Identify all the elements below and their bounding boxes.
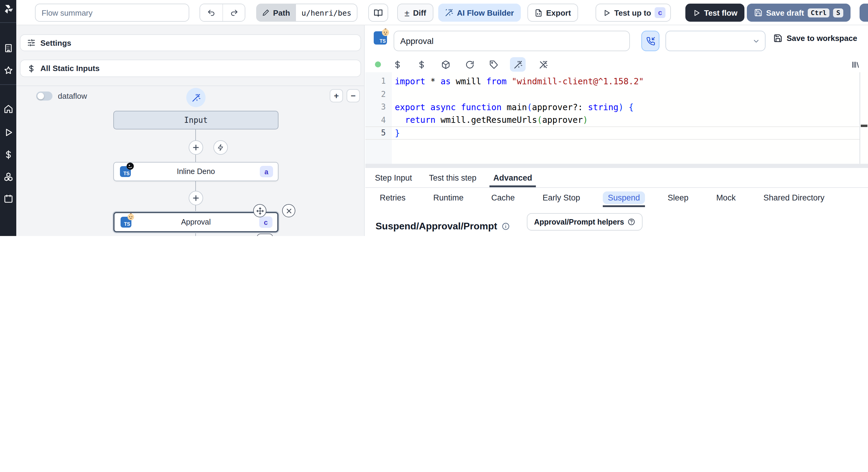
phone-incoming-icon [646,36,655,45]
topbar: Path u/henri/bes ± Diff AI Flow Builder [16,0,868,25]
node-id-badge: c [259,216,273,228]
helpers-label: Approval/Prompt helpers [534,217,624,226]
code-line-2[interactable]: 2 [365,88,860,101]
flow-node-step-a[interactable]: TS Inline Deno a [113,162,278,181]
baby-emoji-icon [381,28,390,36]
subtab-sleep[interactable]: Sleep [663,188,693,207]
path-button[interactable]: Path [256,4,296,22]
move-icon [256,207,264,215]
undo-button[interactable] [200,4,222,21]
subtab-early-stop[interactable]: Early Stop [538,188,585,207]
save-to-workspace-label: Save to workspace [786,34,857,43]
flow-settings-button[interactable]: Settings [20,34,361,51]
dataflow-toggle[interactable] [36,92,53,101]
export-label: Export [546,8,571,17]
code-line-5[interactable]: 5} [365,127,860,139]
save-draft-button[interactable]: Save draft Ctrl S [747,4,850,22]
editor-toolbar [365,57,868,72]
flow-node-step-c-selected[interactable]: TS Approval c [113,212,278,232]
subtab-suspend[interactable]: Suspend [603,188,645,207]
zoom-in-button[interactable]: + [330,89,343,102]
path-value[interactable]: u/henri/bes [296,4,358,22]
flow-node-input[interactable]: Input [113,111,278,129]
tag-button[interactable] [486,57,501,72]
step-name-input[interactable] [394,31,630,51]
kbd-ctrl: Ctrl [808,8,830,17]
node-label: Input [184,115,208,125]
diff-button[interactable]: ± Diff [397,4,433,22]
star-icon[interactable] [3,65,13,76]
static-inputs-label: All Static Inputs [40,64,99,73]
move-step-button[interactable] [253,204,267,217]
windmill-logo-icon[interactable] [3,4,13,14]
ai-assistant-button[interactable] [510,57,526,72]
add-step-button[interactable] [189,191,203,205]
subtab-shared-directory[interactable]: Shared Directory [758,188,830,207]
diff-label: Diff [413,8,426,17]
step-lang-icon: TS [374,31,387,44]
save-icon [773,34,782,43]
package-button[interactable] [438,57,453,72]
editor-scrollbar[interactable] [860,72,868,164]
subtab-retries[interactable]: Retries [375,188,410,207]
node-id-badge: a [260,166,273,177]
play-outline-icon [603,9,611,16]
info-icon[interactable] [501,222,510,231]
redo-button[interactable] [222,4,245,21]
reload-button[interactable] [462,57,477,72]
zoom-out-button[interactable]: − [347,89,360,102]
home-icon[interactable] [3,104,13,114]
variables-button[interactable] [413,57,429,72]
kbd-s: S [833,8,843,17]
test-flow-label: Test flow [704,8,738,17]
tab-advanced[interactable]: Advanced [493,168,532,187]
building-icon[interactable] [3,43,13,54]
suspend-phone-button[interactable] [641,31,659,51]
baby-emoji-icon [127,213,134,221]
plus-icon: + [334,92,339,100]
flow-summary-input[interactable] [35,4,189,22]
flow-graph-panel: Settings All Static Inputs dataflow + − … [16,25,365,236]
dataflow-label: dataflow [58,92,87,101]
dollar-icon [27,64,36,72]
save-to-workspace-button[interactable]: Save to workspace [773,34,857,43]
code-line-3[interactable]: 3export async function main(approver?: s… [365,101,860,113]
subtab-cache[interactable]: Cache [487,188,520,207]
windmill-flow-editor: Path u/henri/bes ± Diff AI Flow Builder [0,0,868,236]
delete-step-button[interactable] [282,204,296,217]
library-button[interactable] [847,57,863,72]
dollar-icon[interactable] [3,149,13,160]
play-icon[interactable] [3,127,13,138]
test-flow-button[interactable]: Test flow [685,4,745,22]
code-line-4[interactable]: 4 return wmill.getResumeUrls(approver) [365,113,860,127]
workspace-script-select[interactable] [665,31,766,51]
approval-prompt-helpers-button[interactable]: Approval/Prompt helpers [527,213,643,231]
code-line-1[interactable]: 1import * as wmill from "windmill-client… [365,75,860,88]
advanced-subtabs: Retries Runtime Cache Early Stop Suspend… [365,188,868,207]
save-icon [754,8,763,17]
ai-flow-builder-button[interactable]: AI Flow Builder [438,4,521,22]
path-group: Path u/henri/bes [256,4,358,22]
plus-icon [192,195,199,202]
deploy-button-partial[interactable] [860,4,868,22]
subtab-runtime[interactable]: Runtime [429,188,469,207]
code-editor[interactable]: 1import * as wmill from "windmill-client… [365,72,868,164]
tab-step-input[interactable]: Step Input [375,168,412,187]
help-circle-icon [628,218,636,226]
subtab-mock[interactable]: Mock [711,188,741,207]
save-draft-label: Save draft [766,8,804,17]
ai-off-button[interactable] [535,57,551,72]
suspend-section-heading: Suspend/Approval/Prompt [375,221,510,232]
all-static-inputs-button[interactable]: All Static Inputs [20,60,361,77]
boxes-icon[interactable] [3,172,13,182]
tab-test-this-step[interactable]: Test this step [429,168,476,187]
export-button[interactable]: Export [527,4,578,22]
calendar-icon[interactable] [3,193,13,204]
add-trigger-button[interactable] [213,140,228,155]
assets-button[interactable] [390,57,405,72]
add-step-button[interactable] [189,140,203,155]
ai-graph-wand-button[interactable] [186,88,206,107]
docs-button[interactable] [368,4,388,22]
suspend-phone-badge[interactable] [257,234,273,236]
test-up-to-button[interactable]: Test up to c [595,4,671,22]
